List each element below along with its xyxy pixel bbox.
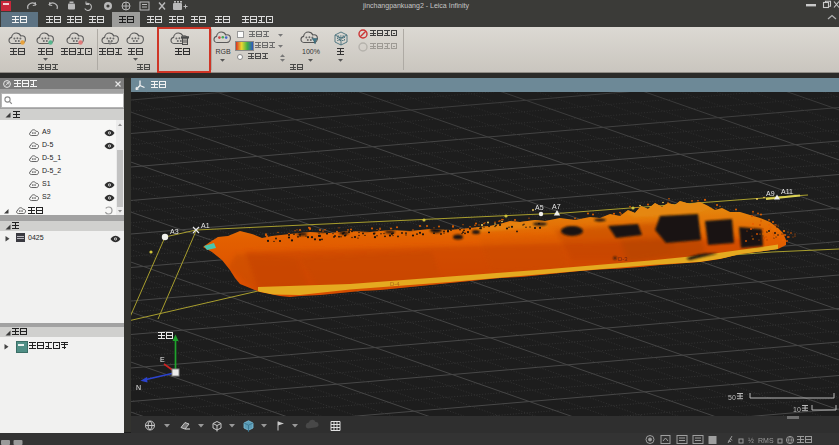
svg-text:A9: A9 — [766, 190, 775, 197]
svg-text:A7: A7 — [552, 203, 561, 210]
svg-text:D-4: D-4 — [390, 281, 400, 287]
svg-text:A5: A5 — [535, 204, 544, 211]
svg-text:N: N — [136, 384, 141, 391]
svg-text:A3: A3 — [170, 228, 179, 235]
svg-text:A1: A1 — [201, 222, 210, 229]
svg-text:RMS: RMS — [758, 437, 774, 444]
svg-text:½: ½ — [748, 437, 754, 444]
svg-text:50: 50 — [728, 394, 736, 401]
svg-text:D-3: D-3 — [618, 256, 628, 262]
svg-text:10: 10 — [793, 406, 801, 413]
svg-text:A11: A11 — [781, 188, 793, 195]
svg-text:E: E — [160, 356, 165, 363]
